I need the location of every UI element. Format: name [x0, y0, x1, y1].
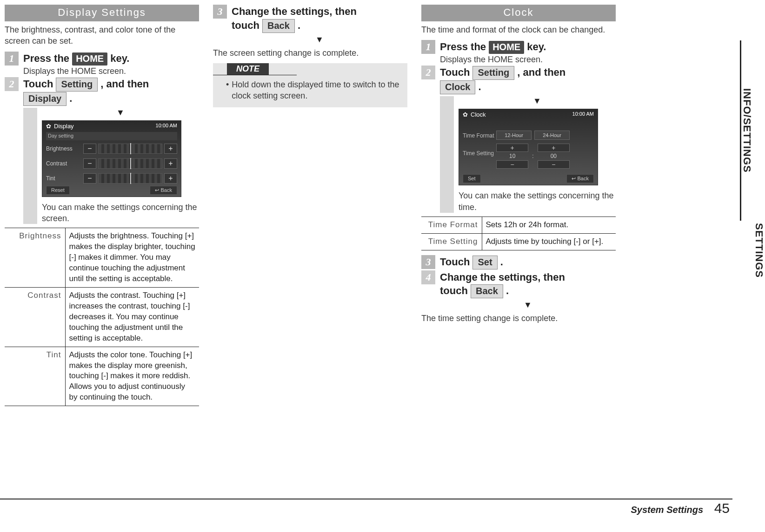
ss-title: Clock	[471, 111, 486, 118]
text: , and then	[514, 66, 565, 78]
text: Touch	[23, 78, 56, 90]
text: .	[67, 92, 72, 104]
table-row: Tint Adjusts the color tone. Touching [+…	[5, 347, 199, 406]
text: .	[498, 256, 503, 268]
table-row: Brightness Adjusts the brightness. Touch…	[5, 228, 199, 288]
desc: Sets 12h or 24h format.	[482, 217, 616, 233]
clock-button-label: Clock	[440, 80, 475, 94]
term: Contrast	[5, 287, 65, 347]
gear-icon: ✿	[46, 123, 51, 130]
set-button-label: Set	[472, 256, 497, 269]
back-arrow-icon: ↩	[155, 187, 159, 193]
clock-step2-content: ▼ ✿Clock 10:00 AM Time Format Time Setti…	[440, 96, 616, 213]
colon-icon: :	[532, 153, 533, 159]
slider-scale	[98, 144, 162, 154]
text: .	[503, 285, 509, 296]
section-title-display: Display Settings	[5, 5, 199, 21]
home-key-label: HOME	[489, 41, 524, 54]
table-row: Time Setting Adjusts time by touching [-…	[421, 233, 616, 250]
text: touch	[440, 285, 471, 296]
text: Touch	[440, 256, 472, 268]
ss-time-format-label: Time Format	[463, 132, 494, 139]
term: Time Format	[421, 217, 482, 233]
page: Display Settings The brightness, contras…	[0, 0, 765, 411]
display-intro: The brightness, contrast, and color tone…	[5, 24, 199, 47]
section-title-clock: Clock	[421, 5, 616, 21]
ss-clock-time: 10:00 AM	[572, 111, 594, 117]
step-number: 3	[421, 255, 435, 269]
plus-icon: +	[496, 144, 528, 152]
arrow-down-icon: ▼	[440, 300, 616, 310]
col-middle: 3 Change the settings, then touch Back .…	[213, 5, 407, 406]
ss-back-button: ↩ Back	[566, 174, 594, 183]
side-tabs: INFO/SETTINGS SETTINGS	[743, 5, 765, 490]
table-row: Contrast Adjusts the contrast. Touching …	[5, 287, 199, 347]
setting-button-label: Setting	[472, 66, 514, 80]
step-number: 2	[5, 77, 19, 91]
footer: System Settings 45	[631, 500, 730, 516]
term: Brightness	[5, 228, 65, 288]
clock-result: The time setting change is complete.	[421, 313, 616, 324]
side-tab-info-settings: INFO/SETTINGS	[741, 88, 753, 173]
minus-icon: −	[496, 160, 528, 169]
text: Change the settings, then	[440, 271, 565, 283]
step-title: Touch Setting , and then Clock .	[440, 66, 616, 94]
display-after-ss: You can make the settings concerning the…	[42, 202, 199, 224]
display-settings-screenshot: ✿Display 10:00 AM Day setting Brightness…	[42, 120, 181, 197]
step-title: Change the settings, then touch Back .	[232, 5, 407, 33]
ss-hour-value: 10	[496, 152, 528, 160]
back-arrow-icon: ↩	[572, 176, 576, 181]
term: Time Setting	[421, 233, 482, 250]
desc: Adjusts the color tone. Touching [+] mak…	[65, 347, 199, 406]
clock-step-3: 3 Touch Set .	[421, 255, 616, 269]
bullet-icon: •	[226, 79, 229, 102]
term: Tint	[5, 347, 65, 406]
note-tag-underline: NOTE	[213, 63, 297, 75]
step-title: Press the HOME key.	[440, 40, 616, 54]
step-sub: Displays the HOME screen.	[23, 66, 199, 76]
clock-settings-screenshot: ✿Clock 10:00 AM Time Format Time Setting…	[459, 109, 598, 185]
note-label: NOTE	[227, 63, 269, 75]
plus-icon: +	[538, 144, 570, 152]
ss-clock-time: 10:00 AM	[156, 123, 177, 128]
note-box: NOTE • Hold down the displayed time to s…	[213, 63, 407, 107]
ss-row-label: Contrast	[46, 160, 83, 167]
display-step2-content: ▼ ✿Display 10:00 AM Day setting Brightne…	[23, 108, 199, 224]
text: Touch	[440, 66, 472, 78]
col-clock: Clock The time and format of the clock c…	[421, 5, 616, 406]
step-title: Change the settings, then touch Back .	[440, 270, 616, 299]
text: Press the	[23, 53, 72, 64]
slider-scale	[98, 173, 162, 184]
gear-icon: ✿	[463, 111, 468, 118]
clock-step-4: 4 Change the settings, then touch Back .	[421, 270, 616, 299]
display-step-2: 2 Touch Setting , and then Display .	[5, 77, 199, 106]
arrow-down-icon: ▼	[459, 96, 616, 106]
back-button-label: Back	[471, 284, 503, 298]
ss-set-button: Set	[463, 174, 481, 183]
note-text: Hold down the displayed time to switch t…	[232, 79, 401, 102]
back-button-label: Back	[262, 19, 295, 33]
text: .	[475, 81, 481, 92]
ss-24hour-option: 24-Hour	[534, 131, 570, 140]
clock-step-2: 2 Touch Setting , and then Clock .	[421, 66, 616, 94]
text: Press the	[440, 41, 489, 53]
col-display: Display Settings The brightness, contras…	[5, 5, 199, 406]
arrow-down-icon: ▼	[42, 108, 199, 118]
minus-icon: −	[83, 144, 96, 154]
ss-row-brightness: Brightness − +	[46, 142, 177, 155]
display-step-1: 1 Press the HOME key. Displays the HOME …	[5, 52, 199, 76]
desc: Adjusts the brightness. Touching [+] mak…	[65, 228, 199, 288]
setting-button-label: Setting	[56, 78, 98, 92]
step-number: 1	[421, 40, 435, 54]
display-button-label: Display	[23, 92, 67, 106]
ss-row-tint: Tint − +	[46, 172, 177, 185]
minus-icon: −	[538, 160, 570, 169]
step-number: 4	[421, 270, 435, 284]
ss-reset-button: Reset	[46, 186, 70, 195]
step-sub: Displays the HOME screen.	[440, 55, 616, 65]
clock-desc-table: Time Format Sets 12h or 24h format. Time…	[421, 217, 616, 250]
slider-scale	[98, 158, 162, 169]
clock-step-1: 1 Press the HOME key. Displays the HOME …	[421, 40, 616, 65]
desc: Adjusts the contrast. Touching [+] incre…	[65, 287, 199, 347]
ss-title: Display	[54, 123, 74, 130]
